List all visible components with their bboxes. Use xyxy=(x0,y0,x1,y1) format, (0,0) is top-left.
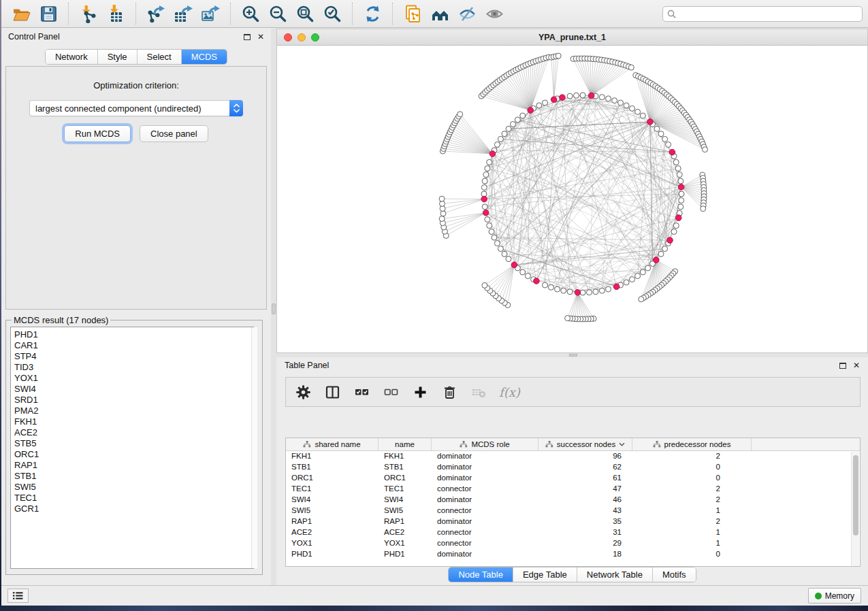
close-table-panel-icon[interactable]: ✕ xyxy=(853,361,860,369)
automation-panel-button[interactable] xyxy=(7,589,29,603)
cell-predecessor-nodes: 0 xyxy=(632,462,752,473)
dropdown-stepper-icon xyxy=(229,100,243,116)
search-input[interactable] xyxy=(679,8,858,20)
cell-name: ACE2 xyxy=(379,527,432,538)
mcds-result-item[interactable]: FKH1 xyxy=(14,416,253,427)
import-network-icon[interactable] xyxy=(75,3,102,24)
mcds-result-item[interactable]: CAR1 xyxy=(14,340,253,351)
mcds-result-item[interactable]: SWI4 xyxy=(14,384,253,395)
network-graph-canvas[interactable] xyxy=(277,46,867,352)
memory-status-button[interactable]: Memory xyxy=(808,588,861,604)
close-panel-button[interactable]: Close panel xyxy=(140,125,208,142)
close-panel-icon[interactable]: ✕ xyxy=(257,33,264,41)
hide-graphics-details-icon[interactable] xyxy=(453,3,481,24)
export-image-icon[interactable] xyxy=(197,3,224,24)
save-session-icon[interactable] xyxy=(35,3,62,24)
table-row[interactable]: ORC1ORC1dominator610 xyxy=(286,473,860,484)
column-namespace-icon xyxy=(545,441,553,448)
table-row[interactable]: STB1STB1dominator620 xyxy=(286,462,860,473)
mcds-result-item[interactable]: STB1 xyxy=(14,471,253,482)
tab-edge-table[interactable]: Edge Table xyxy=(513,567,577,582)
table-scrollbar[interactable] xyxy=(851,452,859,566)
zoom-out-icon[interactable] xyxy=(264,3,291,24)
cell-shared-name: PHD1 xyxy=(286,549,379,560)
open-session-icon[interactable] xyxy=(7,3,35,24)
share-network-icon[interactable] xyxy=(399,3,426,24)
cell-successor-nodes: 18 xyxy=(539,549,632,560)
mcds-result-item[interactable]: SRD1 xyxy=(14,395,253,406)
table-row[interactable]: TEC1TEC1connector472 xyxy=(286,484,860,495)
cell-MCDS-role: connector xyxy=(432,538,539,549)
mcds-result-item[interactable]: PMA2 xyxy=(14,406,253,416)
zoom-selected-icon[interactable] xyxy=(319,3,346,24)
table-row[interactable]: FKH1FKH1dominator962 xyxy=(286,451,860,462)
table-row[interactable]: SWI5SWI5connector431 xyxy=(286,506,860,516)
mcds-result-item[interactable]: TID3 xyxy=(14,362,253,373)
tab-node-table[interactable]: Node Table xyxy=(449,567,513,582)
vertical-splitter[interactable] xyxy=(271,29,276,585)
mcds-result-item[interactable]: RAP1 xyxy=(14,460,253,471)
table-row[interactable]: YOX1YOX1connector291 xyxy=(286,538,860,549)
vertical-splitter-handle[interactable] xyxy=(272,303,276,314)
mcds-result-item[interactable]: YOX1 xyxy=(14,373,253,384)
refresh-layout-icon[interactable] xyxy=(359,3,386,24)
network-overview-icon[interactable] xyxy=(426,3,453,24)
table-row[interactable]: ACE2ACE2connector311 xyxy=(286,527,860,538)
split-panel-icon[interactable] xyxy=(323,383,341,401)
cell-shared-name: ACE2 xyxy=(286,527,379,538)
mcds-result-item[interactable]: SWI5 xyxy=(14,482,253,493)
tab-select[interactable]: Select xyxy=(138,50,182,64)
column-header-successor-nodes[interactable]: successor nodes xyxy=(539,438,632,450)
function-builder-icon: f(x) xyxy=(499,385,520,399)
table-row[interactable]: PHD1PHD1dominator180 xyxy=(286,549,860,560)
delete-columns-icon[interactable] xyxy=(440,383,458,401)
float-panel-icon[interactable] xyxy=(244,34,251,40)
optimization-criterion-dropdown[interactable]: largest connected component (undirected) xyxy=(29,100,243,116)
zoom-in-icon[interactable] xyxy=(237,3,264,24)
table-row[interactable]: SWI4SWI4dominator462 xyxy=(286,495,860,506)
table-settings-gear-icon[interactable] xyxy=(294,383,312,401)
column-header-predecessor-nodes[interactable]: predecessor nodes xyxy=(632,438,752,450)
hide-all-columns-icon[interactable] xyxy=(382,383,400,401)
table-scrollbar-thumb[interactable] xyxy=(853,455,858,535)
tab-network[interactable]: Network xyxy=(46,50,98,64)
column-header-name[interactable]: name xyxy=(379,438,432,450)
show-graphics-details-icon[interactable] xyxy=(481,3,508,24)
column-namespace-icon xyxy=(653,441,661,448)
mcds-result-item[interactable]: STP4 xyxy=(14,351,253,362)
cell-name: STB1 xyxy=(379,462,432,473)
memory-status-label: Memory xyxy=(825,591,854,601)
mcds-list-scrollbar[interactable] xyxy=(251,327,257,568)
mcds-result-item[interactable]: ACE2 xyxy=(14,427,253,438)
import-table-icon[interactable] xyxy=(102,3,129,24)
column-header-shared-name[interactable]: shared name xyxy=(286,438,379,450)
column-header-MCDS-role[interactable]: MCDS role xyxy=(432,438,539,450)
cell-MCDS-role: dominator xyxy=(432,516,539,527)
table-row[interactable]: RAP1RAP1dominator352 xyxy=(286,516,860,527)
mcds-result-item[interactable]: PHD1 xyxy=(14,329,253,340)
tab-mcds[interactable]: MCDS xyxy=(182,50,227,64)
mcds-result-item[interactable]: TEC1 xyxy=(14,493,253,503)
cell-MCDS-role: dominator xyxy=(432,473,539,484)
network-graph[interactable] xyxy=(277,46,867,352)
export-table-icon[interactable] xyxy=(170,3,197,24)
mcds-result-item[interactable]: STB5 xyxy=(14,438,253,449)
zoom-fit-icon[interactable] xyxy=(291,3,319,24)
cell-predecessor-nodes: 0 xyxy=(632,473,752,484)
mcds-result-item[interactable]: GCR1 xyxy=(14,503,253,514)
show-all-columns-icon[interactable] xyxy=(353,383,370,401)
export-network-icon[interactable] xyxy=(142,3,170,24)
cell-MCDS-role: dominator xyxy=(432,462,539,473)
cell-name: PHD1 xyxy=(379,549,432,560)
float-table-panel-icon[interactable] xyxy=(839,363,846,369)
horizontal-splitter-handle[interactable] xyxy=(569,354,577,357)
mcds-result-list[interactable]: PHD1CAR1STP4TID3YOX1SWI4SRD1PMA2FKH1ACE2… xyxy=(10,327,254,569)
tab-network-table[interactable]: Network Table xyxy=(577,567,653,582)
create-column-icon[interactable] xyxy=(411,383,429,401)
tab-style[interactable]: Style xyxy=(98,50,138,64)
tab-motifs[interactable]: Motifs xyxy=(653,567,696,582)
mcds-tab-content: Optimization criterion: largest connecte… xyxy=(5,66,267,310)
cell-shared-name: RAP1 xyxy=(286,516,379,527)
mcds-result-item[interactable]: ORC1 xyxy=(14,449,253,460)
run-mcds-button[interactable]: Run MCDS xyxy=(64,125,131,142)
